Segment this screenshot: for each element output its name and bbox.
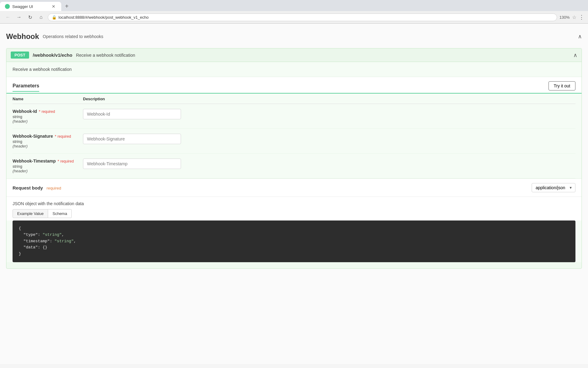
params-table: Name Description Webhook-Id * required s… xyxy=(6,94,582,178)
browser-tabs: Swagger UI ✕ + xyxy=(0,0,588,11)
required-label: required xyxy=(60,159,74,163)
param-location-webhook-timestamp: (header) xyxy=(13,169,83,173)
param-type-webhook-timestamp: string xyxy=(13,164,83,169)
params-col-headers: Name Description xyxy=(13,94,575,104)
post-header[interactable]: POST /webhook/v1/echo Receive a webhook … xyxy=(6,48,582,62)
post-header-left: POST /webhook/v1/echo Receive a webhook … xyxy=(11,52,135,59)
parameters-section: Parameters Try it out Name Description W… xyxy=(6,77,582,178)
webhook-subtitle: Operations related to webhooks xyxy=(43,34,104,39)
code-close-brace: } xyxy=(19,251,21,256)
param-desc-cell-webhook-signature xyxy=(83,134,575,144)
param-location-webhook-id: (header) xyxy=(13,119,83,124)
request-body-section: Request body required application/json J… xyxy=(6,178,582,262)
request-body-title-area: Request body required xyxy=(13,185,61,190)
col-desc-header: Description xyxy=(83,97,575,101)
required-star: * xyxy=(55,134,56,139)
lock-icon: 🔒 xyxy=(52,15,57,20)
webhook-header: Webhook Operations related to webhooks ∧ xyxy=(6,29,582,44)
code-timestamp-value: "string" xyxy=(55,239,74,243)
param-desc-cell-webhook-timestamp xyxy=(83,159,575,169)
url-text[interactable]: localhost:8888/#/webhook/post_webhook_v1… xyxy=(58,15,553,20)
example-value-tab[interactable]: Example Value xyxy=(13,209,48,218)
browser-controls: ← → ↻ ⌂ 🔒 localhost:8888/#/webhook/post_… xyxy=(0,11,588,23)
request-body-title: Request body xyxy=(13,185,43,190)
reload-button[interactable]: ↻ xyxy=(26,13,34,21)
example-tabs: Example Value Schema xyxy=(13,209,575,218)
param-name-cell-webhook-id: Webhook-Id * required string (header) xyxy=(13,109,83,124)
webhook-id-input[interactable] xyxy=(83,109,181,119)
param-location-webhook-signature: (header) xyxy=(13,144,83,148)
tab-close-button[interactable]: ✕ xyxy=(51,4,56,9)
code-open-brace: { xyxy=(19,226,21,231)
code-comma-2: , xyxy=(74,239,76,243)
code-timestamp-key: "timestamp": xyxy=(19,239,55,243)
browser-tab-active: Swagger UI ✕ xyxy=(0,2,61,11)
required-star: * xyxy=(58,159,59,163)
table-row: Webhook-Id * required string (header) xyxy=(13,104,575,129)
col-name-header: Name xyxy=(13,97,83,101)
address-bar: 🔒 localhost:8888/#/webhook/post_webhook_… xyxy=(48,13,557,21)
webhook-signature-input[interactable] xyxy=(83,134,181,144)
browser-menu-icon[interactable]: ⋮ xyxy=(579,14,584,21)
parameters-title: Parameters xyxy=(13,83,39,92)
param-name-cell-webhook-timestamp: Webhook-Timestamp * required string (hea… xyxy=(13,159,83,173)
param-type-webhook-id: string xyxy=(13,114,83,119)
param-name-text: Webhook-Id xyxy=(13,109,37,114)
param-name-webhook-id: Webhook-Id * required xyxy=(13,109,83,114)
code-type-key: "type": xyxy=(19,232,43,237)
post-path: /webhook/v1/echo xyxy=(33,52,72,58)
content-type-select-wrapper[interactable]: application/json xyxy=(532,183,575,192)
content-type-select[interactable]: application/json xyxy=(532,183,575,192)
param-name-cell-webhook-signature: Webhook-Signature * required string (hea… xyxy=(13,134,83,148)
forward-button[interactable]: → xyxy=(15,13,23,21)
json-description-section: JSON object with the notification data E… xyxy=(6,197,582,220)
required-label: required xyxy=(42,109,55,114)
param-desc-cell-webhook-id xyxy=(83,109,575,119)
webhook-title-area: Webhook Operations related to webhooks xyxy=(6,32,103,41)
try-it-out-button[interactable]: Try it out xyxy=(548,81,575,90)
post-collapse-icon[interactable]: ∧ xyxy=(573,52,577,59)
webhook-collapse-button[interactable]: ∧ xyxy=(578,33,582,40)
home-button[interactable]: ⌂ xyxy=(37,13,45,21)
browser-chrome: Swagger UI ✕ + ← → ↻ ⌂ 🔒 localhost:8888/… xyxy=(0,0,588,24)
webhook-timestamp-input[interactable] xyxy=(83,159,181,169)
description-text: Receive a webhook notification xyxy=(13,67,72,72)
post-section: POST /webhook/v1/echo Receive a webhook … xyxy=(6,48,582,269)
new-tab-button[interactable]: + xyxy=(62,2,71,10)
tab-title: Swagger UI xyxy=(12,4,48,9)
json-description-text: JSON object with the notification data xyxy=(13,201,575,206)
back-button[interactable]: ← xyxy=(4,13,12,21)
code-block: { "type": "string", "timestamp": "string… xyxy=(13,220,575,262)
schema-tab[interactable]: Schema xyxy=(48,209,72,218)
code-type-value: "string" xyxy=(43,232,62,237)
code-data-key: "data": xyxy=(19,245,43,250)
request-body-header: Request body required application/json xyxy=(6,179,582,197)
parameters-header: Parameters Try it out xyxy=(6,77,582,94)
post-body: Receive a webhook notification Parameter… xyxy=(6,62,582,262)
page-content: Webhook Operations related to webhooks ∧… xyxy=(0,24,588,364)
param-name-webhook-signature: Webhook-Signature * required xyxy=(13,134,83,139)
tab-favicon xyxy=(5,4,10,9)
post-badge: POST xyxy=(11,52,29,59)
required-label: required xyxy=(58,134,71,139)
required-star: * xyxy=(39,109,40,114)
code-data-value: {} xyxy=(43,245,47,250)
table-row: Webhook-Signature * required string (hea… xyxy=(13,129,575,154)
param-name-text: Webhook-Timestamp xyxy=(13,159,56,163)
request-body-required-label: required xyxy=(47,186,61,190)
code-comma-1: , xyxy=(62,232,64,237)
zoom-level: 130% xyxy=(560,15,570,20)
param-type-webhook-signature: string xyxy=(13,139,83,144)
table-row: Webhook-Timestamp * required string (hea… xyxy=(13,154,575,178)
webhook-title: Webhook xyxy=(6,32,39,41)
param-name-text: Webhook-Signature xyxy=(13,134,53,139)
description-section: Receive a webhook notification xyxy=(6,62,582,77)
param-name-webhook-timestamp: Webhook-Timestamp * required xyxy=(13,159,83,163)
post-header-description: Receive a webhook notification xyxy=(76,53,135,58)
bookmark-star-icon[interactable]: ☆ xyxy=(572,14,576,20)
